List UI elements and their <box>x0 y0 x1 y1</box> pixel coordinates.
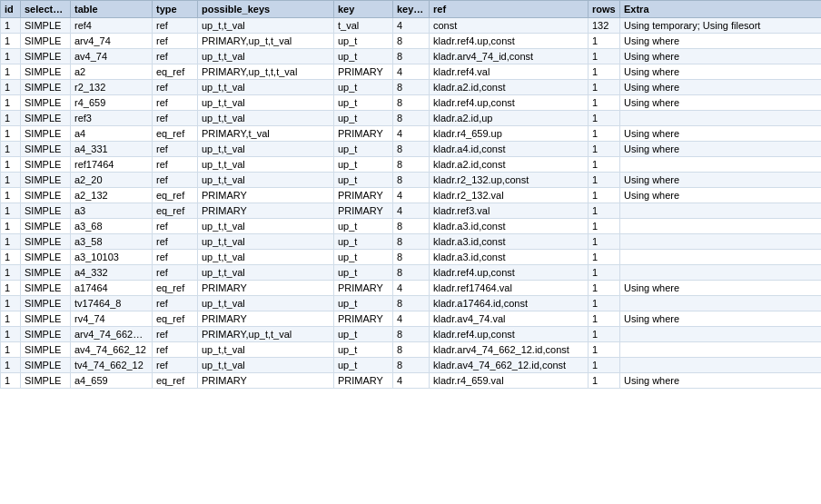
cell-key_len: 8 <box>393 111 430 126</box>
cell-extra: Using where <box>620 95 822 111</box>
cell-key: up_t <box>334 142 393 157</box>
cell-table: arv4_74 <box>71 34 153 49</box>
cell-id: 1 <box>1 250 21 265</box>
cell-rows: 1 <box>589 342 620 358</box>
cell-select_type: SIMPLE <box>21 111 71 126</box>
cell-key: up_t <box>334 173 393 188</box>
cell-extra: Using where <box>620 281 822 296</box>
cell-key_len: 8 <box>393 265 430 281</box>
cell-ref: kladr.r2_132.val <box>430 188 589 203</box>
cell-key_len: 8 <box>393 157 430 173</box>
cell-key_len: 4 <box>393 373 430 389</box>
cell-rows: 1 <box>589 265 620 281</box>
table-row: 1SIMPLEa4_331refup_t,t_valup_t8kladr.a4.… <box>1 142 822 157</box>
cell-rows: 1 <box>589 281 620 296</box>
cell-possible_keys: PRIMARY <box>198 281 334 296</box>
cell-ref: kladr.ref4.up,const <box>430 34 589 49</box>
cell-type: ref <box>153 265 198 281</box>
cell-type: eq_ref <box>153 311 198 327</box>
cell-key: up_t <box>334 250 393 265</box>
cell-possible_keys: PRIMARY <box>198 373 334 389</box>
cell-extra <box>620 296 822 311</box>
cell-extra: Using where <box>620 173 822 188</box>
cell-ref: kladr.arv4_74_662_12.id,const <box>430 342 589 358</box>
col-header-key-len: key_len <box>393 1 430 18</box>
cell-ref: kladr.a2.id,up <box>430 111 589 126</box>
cell-rows: 1 <box>589 296 620 311</box>
cell-type: eq_ref <box>153 64 198 80</box>
cell-select_type: SIMPLE <box>21 219 71 234</box>
cell-table: a3_58 <box>71 234 153 250</box>
cell-rows: 1 <box>589 64 620 80</box>
cell-extra <box>620 219 822 234</box>
cell-key_len: 4 <box>393 188 430 203</box>
col-header-table: table <box>71 1 153 18</box>
cell-extra: Using where <box>620 373 822 389</box>
cell-possible_keys: up_t,t_val <box>198 296 334 311</box>
cell-extra <box>620 342 822 358</box>
cell-ref: kladr.a17464.id,const <box>430 296 589 311</box>
query-explain-table: id select_type table type possible_keys … <box>0 0 821 389</box>
cell-select_type: SIMPLE <box>21 188 71 203</box>
table-row: 1SIMPLEa2eq_refPRIMARY,up_t,t,t_valPRIMA… <box>1 64 822 80</box>
cell-ref: kladr.a3.id,const <box>430 219 589 234</box>
cell-possible_keys: PRIMARY <box>198 311 334 327</box>
cell-key_len: 8 <box>393 34 430 49</box>
cell-key_len: 8 <box>393 296 430 311</box>
cell-id: 1 <box>1 188 21 203</box>
cell-id: 1 <box>1 64 21 80</box>
cell-table: rv4_74 <box>71 311 153 327</box>
cell-type: ref <box>153 34 198 49</box>
cell-key_len: 8 <box>393 342 430 358</box>
cell-id: 1 <box>1 296 21 311</box>
col-header-ref: ref <box>430 1 589 18</box>
col-header-possible-keys: possible_keys <box>198 1 334 18</box>
cell-key_len: 8 <box>393 173 430 188</box>
cell-table: a3_10103 <box>71 250 153 265</box>
cell-extra <box>620 203 822 219</box>
cell-possible_keys: up_t,t_val <box>198 342 334 358</box>
cell-rows: 1 <box>589 173 620 188</box>
table-row: 1SIMPLEa4eq_refPRIMARY,t_valPRIMARY4klad… <box>1 126 822 142</box>
cell-select_type: SIMPLE <box>21 342 71 358</box>
cell-type: ref <box>153 358 198 373</box>
cell-ref: kladr.ref4.up,const <box>430 327 589 342</box>
cell-key: up_t <box>334 358 393 373</box>
cell-extra: Using where <box>620 49 822 64</box>
cell-key: up_t <box>334 234 393 250</box>
cell-select_type: SIMPLE <box>21 34 71 49</box>
cell-type: eq_ref <box>153 373 198 389</box>
cell-id: 1 <box>1 49 21 64</box>
cell-extra: Using where <box>620 142 822 157</box>
col-header-select-type: select_type <box>21 1 71 18</box>
cell-table: a2_20 <box>71 173 153 188</box>
cell-table: a2 <box>71 64 153 80</box>
cell-type: ref <box>153 49 198 64</box>
cell-possible_keys: PRIMARY,up_t,t_val <box>198 34 334 49</box>
cell-possible_keys: up_t,t_val <box>198 358 334 373</box>
cell-select_type: SIMPLE <box>21 95 71 111</box>
cell-rows: 132 <box>589 18 620 34</box>
cell-rows: 1 <box>589 126 620 142</box>
cell-type: ref <box>153 342 198 358</box>
cell-ref: kladr.arv4_74_id,const <box>430 49 589 64</box>
cell-type: ref <box>153 327 198 342</box>
cell-extra: Using where <box>620 64 822 80</box>
table-row: 1SIMPLEarv4_74_662_12refPRIMARY,up_t,t_v… <box>1 327 822 342</box>
cell-table: r4_659 <box>71 95 153 111</box>
cell-table: tv4_74_662_12 <box>71 358 153 373</box>
cell-possible_keys: PRIMARY,up_t,t_val <box>198 327 334 342</box>
cell-key: up_t <box>334 265 393 281</box>
cell-rows: 1 <box>589 188 620 203</box>
cell-select_type: SIMPLE <box>21 265 71 281</box>
cell-type: ref <box>153 219 198 234</box>
cell-rows: 1 <box>589 250 620 265</box>
cell-type: ref <box>153 250 198 265</box>
cell-key_len: 4 <box>393 18 430 34</box>
table-row: 1SIMPLEr2_132refup_t,t_valup_t8kladr.a2.… <box>1 80 822 95</box>
table-row: 1SIMPLEa2_132eq_refPRIMARYPRIMARY4kladr.… <box>1 188 822 203</box>
cell-extra <box>620 250 822 265</box>
cell-type: eq_ref <box>153 203 198 219</box>
cell-key_len: 8 <box>393 327 430 342</box>
cell-table: a2_132 <box>71 188 153 203</box>
